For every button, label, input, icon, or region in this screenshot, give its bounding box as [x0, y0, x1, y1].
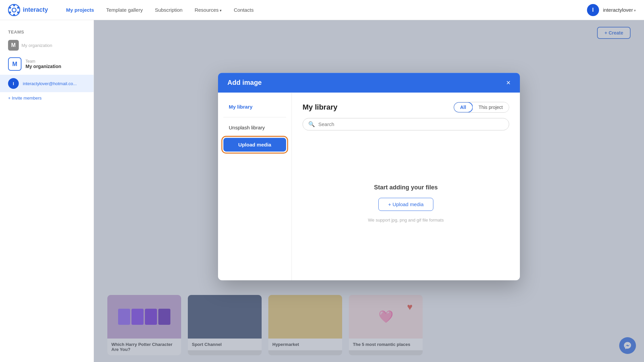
- navbar-right: I interactylover: [587, 4, 636, 16]
- main-content: Teams M My organization M Team My organi…: [0, 20, 644, 362]
- avatar[interactable]: I: [587, 4, 599, 16]
- sidebar-section-title: Teams: [0, 27, 94, 37]
- svg-point-7: [9, 7, 11, 9]
- org-breadcrumb: M My organization: [0, 37, 94, 53]
- svg-point-1: [12, 8, 16, 12]
- modal-main-header: My library All This project: [303, 102, 509, 113]
- svg-point-4: [17, 11, 19, 13]
- search-input[interactable]: [318, 121, 503, 127]
- nav-contacts[interactable]: Contacts: [229, 4, 258, 15]
- sidebar: Teams M My organization M Team My organi…: [0, 20, 94, 362]
- nav-resources[interactable]: Resources: [190, 4, 226, 15]
- team-name: My organization: [25, 64, 61, 69]
- modal: Add image × My library Unsplash library …: [218, 73, 520, 280]
- modal-nav-my-library[interactable]: My library: [223, 101, 286, 113]
- modal-nav-divider: [223, 117, 286, 117]
- svg-point-2: [13, 4, 15, 6]
- svg-point-6: [9, 11, 11, 13]
- invite-members[interactable]: Invite members: [0, 92, 94, 104]
- team-avatar: M: [8, 57, 21, 71]
- logo[interactable]: interacty: [8, 4, 48, 16]
- filter-project-button[interactable]: This project: [473, 102, 509, 112]
- modal-title: Add image: [227, 79, 262, 86]
- org-avatar-small: M: [8, 40, 19, 51]
- search-bar: 🔍: [303, 118, 509, 130]
- modal-section-title: My library: [303, 103, 337, 112]
- logo-icon: [8, 4, 20, 16]
- nav-template-gallery[interactable]: Template gallery: [101, 4, 147, 15]
- empty-state-title: Start adding your files: [374, 184, 438, 191]
- logo-text: interacty: [23, 6, 48, 13]
- user-name[interactable]: interactylover: [603, 7, 636, 13]
- support-text: We support jpg, png and gif file formats: [368, 218, 444, 223]
- svg-point-3: [17, 7, 19, 9]
- team-label: Team: [25, 59, 61, 64]
- nav-subscription[interactable]: Subscription: [150, 4, 187, 15]
- filter-buttons: All This project: [453, 102, 509, 113]
- sidebar-user-item[interactable]: I interactylover@hotmail.co...: [0, 75, 94, 92]
- page-area: + Create Which Harry Potter Character Ar…: [94, 20, 644, 362]
- nav-my-projects[interactable]: My projects: [61, 4, 99, 15]
- modal-body: My library Unsplash library Upload media…: [218, 93, 520, 280]
- navbar: interacty My projects Template gallery S…: [0, 0, 644, 20]
- modal-main: My library All This project 🔍 Start addi…: [292, 93, 520, 280]
- user-email: interactylover@hotmail.co...: [23, 81, 77, 86]
- upload-media-button[interactable]: Upload media: [223, 138, 286, 152]
- filter-all-button[interactable]: All: [453, 102, 473, 113]
- upload-media-outline-button[interactable]: + Upload media: [378, 198, 433, 211]
- modal-nav-unsplash[interactable]: Unsplash library: [223, 121, 286, 134]
- svg-point-5: [13, 14, 15, 16]
- user-small-avatar: I: [8, 78, 19, 89]
- modal-sidebar: My library Unsplash library Upload media: [218, 93, 292, 280]
- modal-close-button[interactable]: ×: [506, 79, 511, 86]
- empty-state: Start adding your files + Upload media W…: [303, 136, 509, 271]
- search-icon: 🔍: [308, 121, 315, 127]
- modal-header: Add image ×: [218, 73, 520, 93]
- team-info: Team My organization: [25, 59, 61, 69]
- sidebar-team-item[interactable]: M Team My organization: [0, 53, 94, 75]
- nav-links: My projects Template gallery Subscriptio…: [61, 4, 587, 15]
- org-breadcrumb-text: My organization: [21, 43, 52, 48]
